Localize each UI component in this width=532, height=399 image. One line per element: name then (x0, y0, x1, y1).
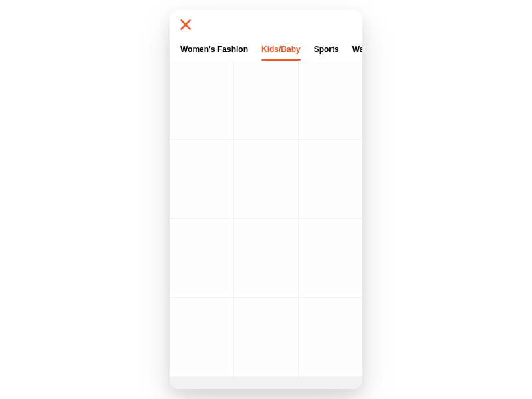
product-cell[interactable] (299, 298, 362, 376)
product-cell[interactable] (170, 298, 233, 376)
tab-kids-baby[interactable]: Kids/Baby (255, 41, 307, 61)
product-cell[interactable] (170, 61, 233, 139)
category-tabs: Women's Fashion Kids/Baby Sports Watch (170, 35, 362, 61)
tab-womens-fashion[interactable]: Women's Fashion (180, 41, 255, 61)
product-cell[interactable] (170, 140, 233, 218)
app-screen: Women's Fashion Kids/Baby Sports Watch (170, 10, 362, 389)
product-cell[interactable] (299, 140, 362, 218)
tab-watch[interactable]: Watch (346, 41, 362, 61)
product-grid (170, 61, 362, 389)
product-cell[interactable] (299, 61, 362, 139)
close-icon[interactable] (180, 19, 191, 30)
top-bar (170, 10, 362, 35)
product-cell[interactable] (234, 219, 298, 297)
product-cell[interactable] (234, 61, 298, 139)
tab-sports[interactable]: Sports (307, 41, 346, 61)
product-cell[interactable] (234, 140, 298, 218)
product-cell[interactable] (299, 219, 362, 297)
product-grid-area (170, 61, 362, 389)
product-cell[interactable] (170, 219, 233, 297)
product-cell[interactable] (234, 298, 298, 376)
